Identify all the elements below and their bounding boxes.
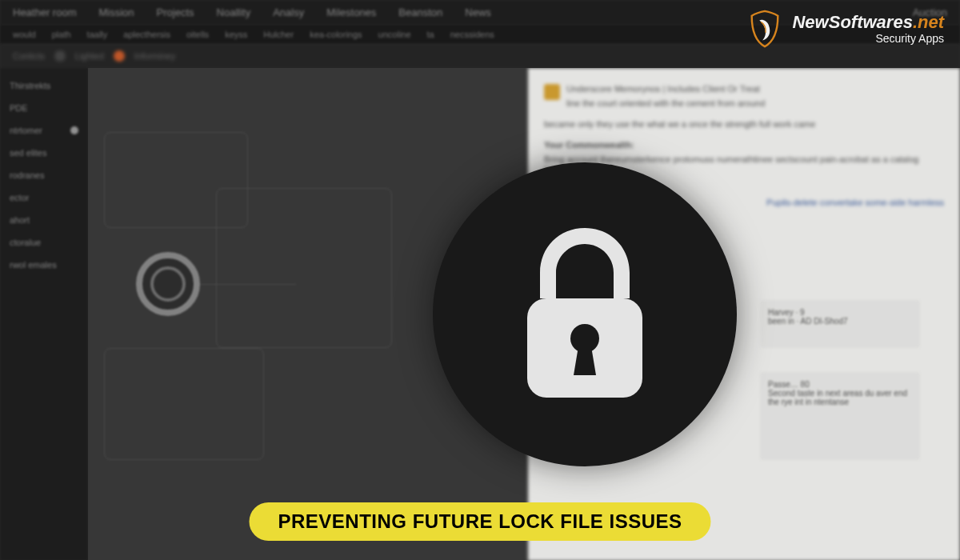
breadcrumb-icon <box>54 50 66 62</box>
indicator-dot-icon <box>70 126 78 134</box>
toolbar-item[interactable]: oitells <box>186 30 209 39</box>
sidebar-item[interactable]: sed elites <box>0 142 88 164</box>
menu-item[interactable]: Projects <box>157 6 194 18</box>
breadcrumb-icon <box>114 50 125 62</box>
sidebar-item[interactable]: ctoralue <box>0 231 88 254</box>
sidebar-item[interactable]: ector <box>0 186 88 209</box>
info-card[interactable]: Harvey · 9 been in · AD DI-Shod7 <box>760 300 920 348</box>
toolbar-item[interactable]: plath <box>52 30 71 39</box>
lock-icon <box>505 218 665 410</box>
toolbar-item[interactable]: kea-colorings <box>310 30 362 39</box>
sidebar-item[interactable]: PDE <box>0 97 88 119</box>
brand-tld: .net <box>913 12 944 32</box>
info-card[interactable]: Passe… 80 Second taste in next areas du … <box>760 372 920 460</box>
toolbar-item[interactable]: Hulcher <box>263 30 294 39</box>
menu-item[interactable]: Milestones <box>326 6 376 18</box>
card-line: been in · AD DI-Shod7 <box>768 317 912 326</box>
card-line: Passe… 80 <box>768 380 912 389</box>
menu-item[interactable]: News <box>465 6 491 18</box>
toolbar-item[interactable]: uncoline <box>378 30 411 39</box>
toolbar-item[interactable]: aplecthersis <box>123 30 170 39</box>
toolbar-item[interactable]: ta <box>427 30 434 39</box>
toolbar-item[interactable]: taally <box>87 30 108 39</box>
panel-badge-icon <box>544 84 560 100</box>
breadcrumb-item[interactable]: Lighted <box>75 51 104 61</box>
menu-item[interactable]: Heather room <box>13 6 76 18</box>
brand-shield-icon <box>746 10 784 48</box>
breadcrumb-item[interactable]: Conticts <box>13 51 45 61</box>
menu-item[interactable]: Beanston <box>398 6 442 18</box>
lock-badge <box>433 162 737 466</box>
panel-subtitle: line the court oriented with the cement … <box>566 98 765 108</box>
menu-item[interactable]: Mission <box>98 6 134 18</box>
sidebar: Thirstrekts PDE ntrtomer sed elites rodr… <box>0 68 88 560</box>
panel-heading: Your Commonwealth: <box>544 140 944 150</box>
sidebar-item[interactable]: ntrtomer <box>0 119 88 142</box>
sidebar-item[interactable]: Thirstrekts <box>0 74 88 97</box>
sidebar-item[interactable]: ahort <box>0 209 88 231</box>
brand-tagline: Security Apps <box>792 33 944 44</box>
menu-item[interactable]: Noallity <box>217 6 251 18</box>
panel-title: Underscore Memorynos | Includes Client O… <box>566 84 765 94</box>
menu-item[interactable]: Analsy <box>273 6 304 18</box>
toolbar-item[interactable]: would <box>13 30 36 39</box>
toolbar-item[interactable]: keyss <box>225 30 247 39</box>
brand-logo[interactable]: NewSoftwares.net Security Apps <box>746 10 944 48</box>
brand-name: NewSoftwares <box>792 12 912 32</box>
toolbar-item[interactable]: necssidens <box>450 30 494 39</box>
caption-banner: PREVENTING FUTURE LOCK FILE ISSUES <box>249 502 710 541</box>
card-line: the rye int in ntentanse <box>768 398 912 406</box>
sidebar-item[interactable]: rwol emales <box>0 254 88 276</box>
card-line: Harvey · 9 <box>768 308 912 317</box>
card-line: Second taste in next areas du aver end <box>768 389 912 398</box>
sidebar-item[interactable]: rodranes <box>0 164 88 186</box>
breadcrumb-item[interactable]: Informiney <box>134 51 175 61</box>
canvas-area: Underscore Memorynos | Includes Client O… <box>88 68 960 560</box>
panel-body: became only they use the what we a once … <box>544 119 944 129</box>
technical-diagram <box>88 108 448 428</box>
